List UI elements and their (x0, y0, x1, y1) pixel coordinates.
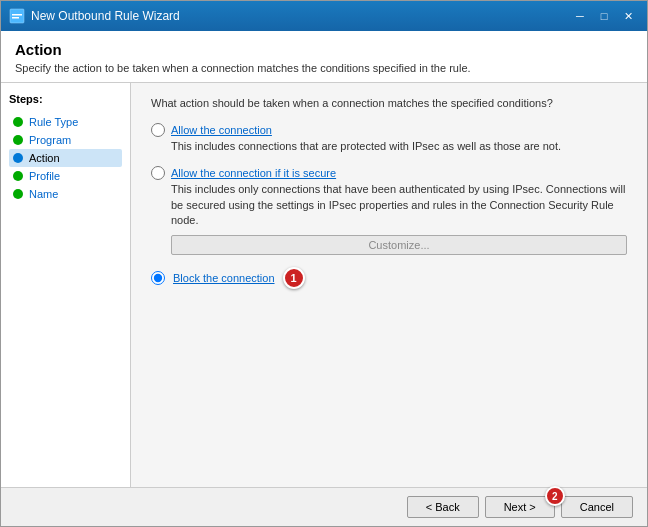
block-row: Block the connection 1 (151, 267, 627, 289)
step-dot-profile (13, 171, 23, 181)
step-dot-action (13, 153, 23, 163)
sidebar-item-profile[interactable]: Profile (9, 167, 122, 185)
question-text: What action should be taken when a conne… (151, 97, 627, 109)
radio-allow-secure[interactable] (151, 166, 165, 180)
radio-desc-allow: This includes connections that are prote… (171, 139, 627, 154)
step-dot-name (13, 189, 23, 199)
step-label-program: Program (29, 134, 71, 146)
window-icon (9, 8, 25, 24)
title-bar: New Outbound Rule Wizard ─ □ ✕ (1, 1, 647, 31)
radio-desc-allow-secure: This includes only connections that have… (171, 182, 627, 228)
option-allow: Allow the connection This includes conne… (151, 123, 627, 154)
content-area: Action Specify the action to be taken wh… (1, 31, 647, 487)
page-title: Action (15, 41, 633, 58)
radio-label-allow[interactable]: Allow the connection (171, 124, 272, 136)
svg-rect-1 (12, 14, 22, 16)
close-button[interactable]: ✕ (617, 6, 639, 26)
sidebar-item-name[interactable]: Name (9, 185, 122, 203)
sidebar-item-rule-type[interactable]: Rule Type (9, 113, 122, 131)
footer: < Back Next > 2 Cancel (1, 487, 647, 526)
page-description: Specify the action to be taken when a co… (15, 62, 633, 74)
right-panel: What action should be taken when a conne… (131, 83, 647, 487)
radio-row-allow-secure: Allow the connection if it is secure (151, 166, 627, 180)
svg-rect-0 (10, 9, 24, 23)
maximize-button[interactable]: □ (593, 6, 615, 26)
radio-row-allow: Allow the connection (151, 123, 627, 137)
steps-label: Steps: (9, 93, 122, 105)
step-label-name: Name (29, 188, 58, 200)
next-badge: 2 (545, 486, 565, 506)
cancel-button[interactable]: Cancel (561, 496, 633, 518)
step-label-action: Action (29, 152, 60, 164)
window-title: New Outbound Rule Wizard (31, 9, 569, 23)
next-container: Next > 2 (485, 496, 555, 518)
step-label-rule-type: Rule Type (29, 116, 78, 128)
step-dot-rule-type (13, 117, 23, 127)
back-button[interactable]: < Back (407, 496, 479, 518)
radio-label-allow-secure[interactable]: Allow the connection if it is secure (171, 167, 336, 179)
main-content: Steps: Rule Type Program Action Profile (1, 83, 647, 487)
window-controls: ─ □ ✕ (569, 6, 639, 26)
svg-rect-2 (12, 17, 19, 19)
wizard-window: New Outbound Rule Wizard ─ □ ✕ Action Sp… (0, 0, 648, 527)
page-header: Action Specify the action to be taken wh… (1, 31, 647, 83)
next-button[interactable]: Next > (485, 496, 555, 518)
sidebar-item-action[interactable]: Action (9, 149, 122, 167)
step-dot-program (13, 135, 23, 145)
radio-block[interactable] (151, 271, 165, 285)
customize-button: Customize... (171, 235, 627, 255)
sidebar-item-program[interactable]: Program (9, 131, 122, 149)
block-badge: 1 (283, 267, 305, 289)
option-allow-secure: Allow the connection if it is secure Thi… (151, 166, 627, 254)
sidebar: Steps: Rule Type Program Action Profile (1, 83, 131, 487)
option-block: Block the connection 1 (151, 267, 627, 289)
radio-group: Allow the connection This includes conne… (151, 123, 627, 289)
step-label-profile: Profile (29, 170, 60, 182)
minimize-button[interactable]: ─ (569, 6, 591, 26)
radio-allow[interactable] (151, 123, 165, 137)
radio-label-block[interactable]: Block the connection (173, 272, 275, 284)
